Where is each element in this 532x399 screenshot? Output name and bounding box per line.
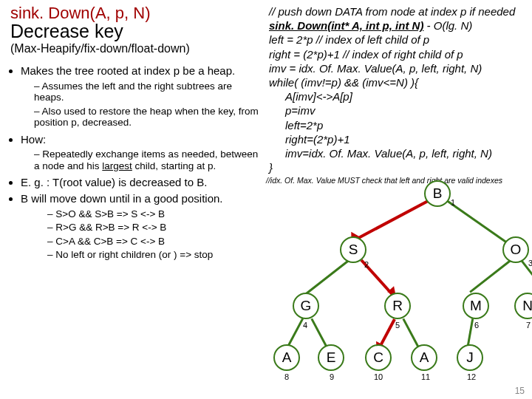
tree-node: E xyxy=(318,344,344,371)
code-signature: sink. Down(int* A, int p, int N) - O(lg.… xyxy=(269,18,528,33)
tree-node: B xyxy=(424,180,451,207)
tree-edge xyxy=(469,259,512,293)
tree-node: C xyxy=(365,344,392,371)
tree-node: N xyxy=(514,293,532,319)
tree-node-index: 4 xyxy=(303,321,307,330)
code-line: left=2*p xyxy=(269,118,528,132)
right-column: // push down DATA from node at index p i… xyxy=(266,0,532,399)
title-line3: (Max-Heapify/fix-down/float-down) xyxy=(10,42,259,55)
code-line: right=(2*p)+1 xyxy=(269,132,528,146)
tree-node-index: 1 xyxy=(451,198,455,207)
tree-node: O xyxy=(502,236,529,263)
bullet-1-sub-2: Also used to restore the heap when the k… xyxy=(34,106,259,129)
tree-node: G xyxy=(293,293,319,319)
bullet-1: Makes the tree rooted at index p be a he… xyxy=(21,64,259,129)
tree-node: J xyxy=(457,344,483,371)
tree-node: S xyxy=(340,236,366,263)
bullet-4-sub-3: C>A && C>B => C <-> B xyxy=(47,236,259,248)
tree-node-index: 3 xyxy=(528,259,532,267)
code-line: A[imv]<->A[p] xyxy=(269,89,528,103)
bullet-4-sub-2: R>G && R>B => R <-> B xyxy=(47,222,259,233)
tree-node-index: 10 xyxy=(374,372,383,381)
bullet-2-sub-1: Repeatedly exchange items as needed, bet… xyxy=(34,149,259,171)
pseudocode-block: // push down DATA from node at index p i… xyxy=(266,4,528,174)
bullet-4: B will move down until in a good positio… xyxy=(21,192,259,261)
tree-node-index: 8 xyxy=(284,372,289,381)
tree-node-index: 6 xyxy=(474,321,479,330)
bullet-3: E. g. : T(root value) is decreased to B. xyxy=(21,176,259,189)
tree-edge-red xyxy=(349,198,432,244)
heap-tree: B 1 S 2 O 3 G 4 R 5 M 6 N 7 A 8 E 9 C 10… xyxy=(266,180,532,395)
bullet-1-sub-1: Assumes the left and the right subtrees … xyxy=(34,81,259,103)
bullet-2: How: Repeatedly exchange items as needed… xyxy=(21,133,259,172)
code-line: while( (imv!=p) && (imv<=N) ){ xyxy=(269,75,528,89)
code-line: imv = idx. Of. Max. Value(A, p, left, ri… xyxy=(269,61,528,75)
tree-node-index: 9 xyxy=(330,372,334,381)
code-line: right = (2*p)+1 // index of right child … xyxy=(269,47,528,61)
code-line: imv=idx. Of. Max. Value(A, p, left, righ… xyxy=(269,146,528,160)
tree-node-index: 11 xyxy=(421,372,430,381)
tree-edge xyxy=(303,259,351,296)
code-line: p=imv xyxy=(269,103,528,117)
left-column: sink. Down(A, p, N) Decrease key (Max-He… xyxy=(0,0,266,399)
tree-node-index: 7 xyxy=(526,321,531,330)
code-comment: // push down DATA from node at index p i… xyxy=(269,4,528,18)
bullet-list: Makes the tree rooted at index p be a he… xyxy=(21,64,259,261)
bullet-4-sub-4: No left or right children (or ) => stop xyxy=(47,249,259,261)
tree-node-index: 2 xyxy=(364,260,369,269)
tree-node: A xyxy=(273,344,300,371)
title-line1: sink. Down(A, p, N) xyxy=(10,4,259,21)
code-line: } xyxy=(269,160,528,174)
page-number: 15 xyxy=(515,386,525,396)
bullet-4-sub-1: S>O && S>B => S <-> B xyxy=(47,208,259,220)
tree-node-index: 12 xyxy=(467,372,476,381)
tree-node: A xyxy=(411,344,437,371)
tree-node: R xyxy=(384,293,411,319)
code-line: left = 2*p // index of left child of p xyxy=(269,33,528,47)
tree-node: M xyxy=(463,293,489,319)
tree-node-index: 5 xyxy=(395,321,400,330)
title-line2: Decrease key xyxy=(10,21,259,41)
